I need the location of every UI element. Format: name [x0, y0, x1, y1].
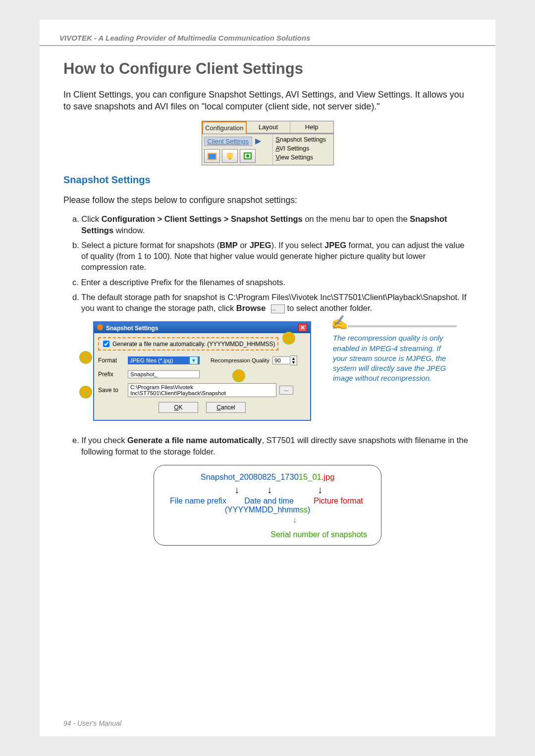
prefix-label: Prefix: [98, 371, 128, 378]
generate-filename-checkbox[interactable]: [103, 341, 109, 347]
section-intro: Please follow the steps below to configu…: [63, 195, 472, 206]
menu-screenshot: Configuration Layout Help Client Setting…: [202, 121, 334, 165]
callout-marker-d: d: [79, 386, 92, 399]
arrow-down-icon: ↓: [293, 515, 297, 525]
step-c: c. Enter a descriptive Prefix for the fi…: [72, 277, 472, 288]
tip-divider: [348, 325, 457, 327]
step-b: b. Select a picture format for snapshots…: [72, 240, 472, 273]
browse-button[interactable]: ...: [279, 386, 293, 395]
step-a: a. Click Configuration > Client Settings…: [72, 213, 472, 236]
page-footer: 94 - User's Manual: [63, 719, 121, 727]
format-label: Format: [98, 357, 128, 364]
recompression-quality-input[interactable]: 90: [272, 356, 290, 364]
snapshot-settings-dialog: Snapshot Settings ✕ Generate a file name…: [93, 321, 311, 421]
submenu-arrow-icon: ▶: [255, 136, 261, 146]
submenu-snapshot-settings[interactable]: Snapshot Settings: [276, 136, 330, 143]
step-d: d. The default storage path for snapshot…: [72, 292, 472, 314]
page-title: How to Configure Client Settings: [63, 60, 472, 78]
filename-format-figure: Snapshot_20080825_173015_01.jpg ↓↓↓ File…: [154, 465, 381, 546]
tab-help[interactable]: Help: [290, 121, 333, 134]
toolbar-icon-2[interactable]: [222, 149, 238, 163]
dialog-close-button[interactable]: ✕: [298, 324, 307, 332]
tab-layout[interactable]: Layout: [247, 121, 290, 134]
dialog-title-text: Snapshot Settings: [97, 324, 158, 332]
inline-browse-icon: ...: [271, 304, 285, 313]
filename-arrows-row: ↓↓↓: [162, 483, 373, 497]
menu-client-settings[interactable]: Client Settings: [204, 137, 253, 146]
recompression-quality-label: Recompression Quality: [211, 357, 269, 363]
toolbar-icon-1[interactable]: [204, 149, 220, 163]
document-header: VIVOTEK - A Leading Provider of Multimed…: [40, 20, 495, 46]
svg-rect-2: [227, 153, 233, 158]
svg-rect-0: [209, 154, 215, 159]
toolbar-icon-3[interactable]: [240, 149, 256, 163]
tip-text: The recompression quality is only enable…: [333, 333, 457, 383]
label-file-name-prefix: File name prefix: [166, 496, 230, 506]
quality-spinner[interactable]: ▲▼: [290, 355, 297, 365]
section-heading-snapshot-settings: Snapshot Settings: [63, 174, 472, 186]
format-select[interactable]: JPEG files (*.jpg)▾: [128, 356, 200, 364]
step-e: e. If you check Generate a file name aut…: [72, 435, 472, 457]
saveto-label: Save to: [98, 387, 128, 394]
label-picture-format: Picture format: [308, 496, 369, 506]
intro-paragraph: In Client Settings, you can configure Sn…: [63, 89, 472, 113]
note-icon: ✍: [331, 314, 348, 331]
callout-marker-b: b: [79, 351, 92, 364]
generate-filename-label: Generate a file name automatically. (YYY…: [112, 341, 275, 348]
filename-sample: Snapshot_20080825_173015_01.jpg: [162, 471, 373, 483]
submenu-avi-settings[interactable]: AVI Settings: [276, 145, 330, 152]
svg-rect-3: [228, 158, 231, 159]
cancel-button[interactable]: Cancel: [206, 402, 246, 413]
brand-line: VIVOTEK - A Leading Provider of Multimed…: [40, 34, 495, 42]
label-serial-number: Serial number of snapshots: [270, 530, 367, 539]
chevron-down-icon: ▾: [190, 357, 198, 364]
ok-button[interactable]: OK: [159, 402, 198, 413]
submenu-view-settings[interactable]: View Settings: [276, 154, 330, 161]
svg-point-5: [246, 154, 249, 157]
tab-configuration[interactable]: Configuration: [202, 121, 247, 134]
prefix-input[interactable]: Snapshot_: [128, 370, 200, 378]
saveto-input[interactable]: C:\Program Files\Vivotek Inc\ST7501\Clie…: [128, 383, 276, 397]
